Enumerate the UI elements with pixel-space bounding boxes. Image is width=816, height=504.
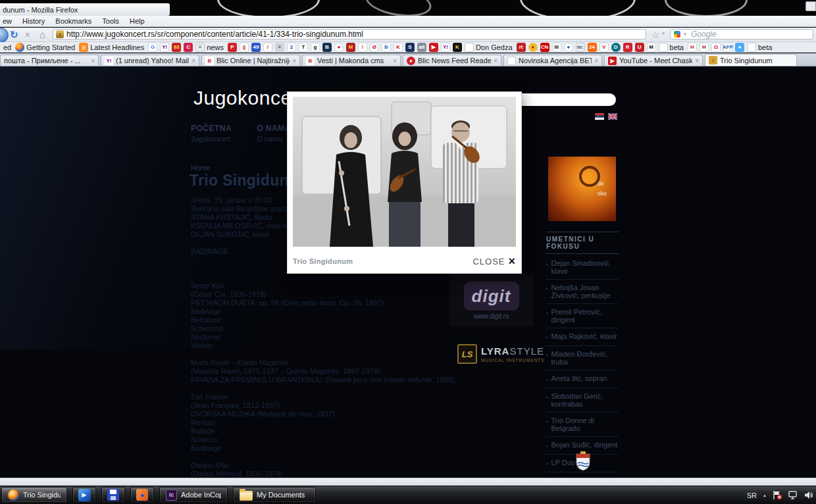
window-titlebar[interactable]: dunum - Mozilla Firefox: [0, 0, 816, 16]
main-nav-item[interactable]: O NAMAO nama: [257, 124, 291, 143]
tab-close-icon[interactable]: ×: [393, 57, 397, 64]
taskbar-button-folder[interactable]: My Documents: [233, 487, 316, 503]
bookmark-item[interactable]: 49: [251, 43, 261, 52]
taskbar-button-firefox[interactable]: Trio Singidunum ...: [1, 487, 67, 503]
show-hidden-icons[interactable]: ▲: [763, 493, 767, 497]
bookmark-item[interactable]: V: [599, 43, 609, 52]
bookmark-item[interactable]: 88: [172, 43, 181, 52]
artist-link[interactable]: ▪Mladen Đorđević, truba: [546, 346, 619, 370]
bookmark-item[interactable]: ≡news: [195, 43, 225, 52]
taskbar-button-floppy[interactable]: [101, 487, 125, 503]
artist-link[interactable]: ▪Maja Rajković, klavir: [546, 328, 619, 346]
tab[interactable]: ●Blic News Feed Reader×: [403, 55, 501, 66]
bookmark-item[interactable]: S: [405, 43, 415, 52]
bookmark-item[interactable]: beta: [747, 43, 773, 52]
tab-close-icon[interactable]: ×: [292, 57, 296, 64]
bookmark-item[interactable]: ▶: [429, 43, 438, 52]
bookmark-item[interactable]: III: [552, 43, 561, 52]
taskbar-button-incopy[interactable]: IcAdobe InCopy CS...: [159, 487, 228, 503]
bookmark-item[interactable]: g: [311, 43, 320, 52]
bookmark-item[interactable]: Ø: [370, 43, 379, 52]
window-control-button[interactable]: [805, 1, 816, 11]
bookmark-item[interactable]: ))Latest Headlines: [79, 43, 145, 52]
bookmark-item[interactable]: C: [184, 43, 193, 52]
menu-item-ew[interactable]: ew: [3, 17, 12, 25]
tab[interactable]: ♪Trio Singidunum: [705, 54, 797, 66]
bookmark-item[interactable]: ●: [564, 43, 573, 52]
violin-banner[interactable]: de ske: [548, 157, 616, 221]
bookmark-item[interactable]: /: [263, 43, 272, 52]
serbian-flag-icon[interactable]: [595, 113, 604, 120]
menu-item-help[interactable]: Help: [130, 17, 145, 25]
lyrastyle-banner[interactable]: LS LYRASTYLE MUSICAL INSTRUMENTS: [457, 344, 544, 364]
bookmark-item[interactable]: M: [647, 43, 656, 52]
bookmark-item[interactable]: m:: [576, 43, 585, 52]
bookmark-item[interactable]: ●: [334, 43, 344, 52]
bookmark-item[interactable]: M: [346, 43, 355, 52]
volume-icon[interactable]: [804, 491, 813, 499]
bookmark-item[interactable]: AFP: [723, 43, 732, 52]
tab[interactable]: ▶YouTube - Meet Chaska and Ber...×: [604, 55, 703, 66]
bookmark-item[interactable]: B: [322, 43, 332, 52]
stop-icon[interactable]: ×: [25, 28, 30, 41]
artist-link[interactable]: ▪Slobodan Gerić, kontrabas: [546, 388, 619, 413]
bookmark-item[interactable]: H: [700, 43, 709, 52]
bookmark-item[interactable]: ●: [735, 43, 744, 52]
bookmark-star-icon[interactable]: ☆: [651, 29, 660, 41]
bookmark-item[interactable]: rt: [517, 43, 526, 52]
digit-banner[interactable]: digit www.digit.rs: [449, 275, 533, 326]
bookmark-item[interactable]: ||: [240, 43, 249, 52]
artist-link[interactable]: ▪Premil Petrović, dirigent: [546, 304, 619, 328]
bookmark-item[interactable]: U: [635, 43, 644, 52]
english-flag-icon[interactable]: [608, 113, 617, 120]
menu-item-bookmarks[interactable]: Bookmarks: [55, 17, 91, 25]
bookmark-item[interactable]: G: [148, 43, 157, 52]
bookmark-item[interactable]: 2: [287, 43, 296, 52]
artist-link[interactable]: ▪Aneta Ilić, sopran: [546, 370, 619, 388]
bookmark-item[interactable]: 24: [588, 43, 597, 52]
tab[interactable]: пошта - Примљене - ...×: [0, 55, 99, 66]
artist-link[interactable]: ▪Saša Mirković, viola: [546, 472, 619, 478]
tab-close-icon[interactable]: ×: [494, 57, 497, 64]
tab-close-icon[interactable]: ×: [191, 57, 195, 64]
bookmark-item[interactable]: beta: [659, 43, 685, 52]
tab[interactable]: BBlic Online | Najtiražnije novine ...×: [201, 55, 300, 66]
language-indicator[interactable]: SR: [747, 491, 757, 499]
bookmark-item[interactable]: K: [394, 43, 403, 52]
url-input[interactable]: [66, 30, 643, 39]
bookmark-item[interactable]: P: [228, 43, 237, 52]
web-search-bar[interactable]: ▼: [670, 29, 813, 39]
search-engine-dropdown-icon[interactable]: ▼: [683, 32, 687, 36]
bookmark-item[interactable]: Y!: [160, 43, 169, 52]
menu-item-history[interactable]: History: [22, 17, 45, 25]
artist-link[interactable]: ▪Dejan Sinadinović, klavir: [546, 255, 619, 280]
artist-link[interactable]: ▪Trio Donne di Belgrado: [546, 413, 619, 437]
bookmark-item[interactable]: all: [417, 43, 426, 52]
bookmark-item[interactable]: !: [358, 43, 367, 52]
bookmark-item[interactable]: Don Gedza: [465, 43, 514, 52]
web-search-input[interactable]: [690, 29, 809, 39]
bookmark-item[interactable]: CN: [540, 43, 549, 52]
network-icon[interactable]: [788, 491, 798, 499]
tab[interactable]: Novinska Agencija BETA News ...×: [503, 55, 602, 66]
tab-close-icon[interactable]: ×: [594, 57, 598, 64]
bookmark-item[interactable]: Ω: [711, 43, 721, 52]
bookmark-item[interactable]: H: [688, 43, 697, 52]
bookmark-item[interactable]: B: [382, 43, 391, 52]
star-dropdown-icon[interactable]: ▼: [661, 32, 665, 36]
taskbar-button-viewer[interactable]: [130, 487, 154, 503]
menu-item-tools[interactable]: Tools: [102, 17, 119, 25]
tab[interactable]: Y!(1 unread) Yahoo! Mail, milanvu...×: [101, 55, 199, 66]
reload-icon[interactable]: ↻: [10, 28, 18, 41]
tab-close-icon[interactable]: ×: [695, 57, 699, 64]
taskbar-button-wmp[interactable]: [72, 487, 96, 503]
bookmark-item[interactable]: ed: [1, 43, 13, 51]
bookmark-item[interactable]: Y!: [441, 43, 450, 52]
artist-link[interactable]: ▪Nebojša Jovan Živković, perkusije: [546, 280, 619, 304]
breadcrumb[interactable]: Home: [191, 164, 210, 172]
main-nav-item[interactable]: POČETNAJugokoncert: [191, 124, 232, 143]
lightbox-close-button[interactable]: CLOSE ×: [472, 256, 516, 266]
tab-close-icon[interactable]: ×: [91, 57, 95, 64]
bookmark-item[interactable]: ≡: [275, 43, 284, 52]
bookmark-item[interactable]: K: [453, 43, 462, 52]
